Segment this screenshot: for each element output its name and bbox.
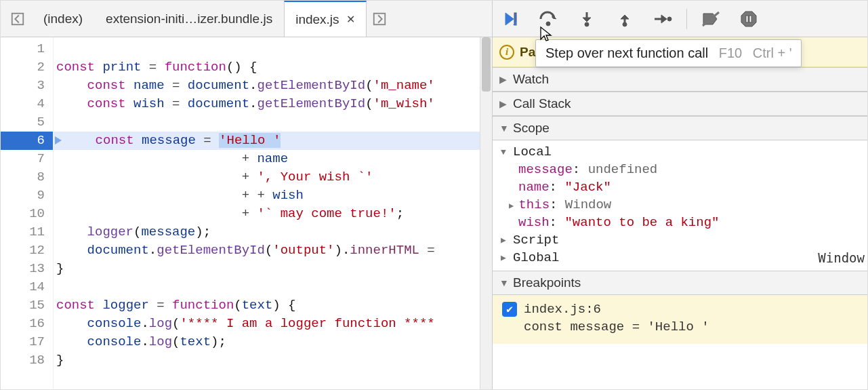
line-number[interactable]: 11 (1, 223, 53, 241)
variable-row[interactable]: message: undefined (498, 161, 867, 178)
scope-global-value: Window (818, 250, 865, 265)
code-line[interactable] (54, 40, 480, 58)
line-number[interactable]: 9 (1, 187, 53, 205)
line-number[interactable]: 3 (1, 77, 53, 95)
line-number[interactable]: 1 (1, 40, 53, 58)
code-line[interactable]: } (54, 260, 480, 278)
code-line[interactable]: logger(message); (54, 223, 480, 241)
variable-row[interactable]: wish: "wanto to be a king" (498, 214, 867, 231)
code-editor[interactable]: 123456789101112131415161718 const print … (1, 37, 492, 389)
var-name: name (518, 180, 550, 195)
line-number[interactable]: 2 (1, 58, 53, 77)
svg-point-3 (546, 22, 550, 26)
line-number[interactable]: 5 (1, 113, 53, 132)
scope-section-header[interactable]: ▼ Scope (493, 116, 867, 140)
scope-body: ▼ Local message: undefined name: "Jack" … (493, 140, 867, 271)
code-line[interactable]: const print = function() { (54, 58, 480, 77)
editor-tab-bar: (index) extension-initi…izer.bundle.js i… (1, 1, 492, 37)
chevron-right-icon: ▶ (501, 235, 510, 246)
chevron-right-icon: ▶ (499, 98, 509, 109)
chevron-right-icon: ▶ (509, 201, 518, 211)
code-line[interactable] (54, 278, 480, 296)
scrollbar-thumb[interactable] (482, 37, 491, 92)
watch-section-header[interactable]: ▶ Watch (493, 67, 867, 92)
var-value: undefined (588, 162, 658, 177)
tooltip-shortcut: Ctrl + ' (753, 45, 792, 60)
breakpoint-item[interactable]: ✔ index.js:6 (502, 302, 861, 317)
checkbox-checked-icon[interactable]: ✔ (502, 302, 517, 317)
scope-global-header[interactable]: ▶ Global Window (498, 249, 867, 267)
tabs-scroll-right-icon[interactable] (369, 9, 390, 29)
line-number[interactable]: 13 (1, 260, 53, 278)
step-over-button[interactable] (537, 7, 560, 31)
info-icon: i (499, 45, 514, 60)
var-value: Window (565, 197, 611, 212)
code-area[interactable]: const print = function() { const name = … (54, 37, 480, 389)
code-line[interactable] (54, 113, 480, 132)
section-title: Breakpoints (513, 275, 581, 290)
step-button[interactable] (651, 7, 674, 31)
line-number-gutter: 123456789101112131415161718 (1, 37, 54, 389)
code-line[interactable]: document.getElementById('output').innerH… (54, 241, 480, 260)
tabs-scroll-left-icon[interactable] (7, 9, 28, 29)
paused-label: Pa (520, 45, 535, 60)
code-line[interactable]: const name = document.getElementById('m_… (54, 77, 480, 95)
code-line[interactable]: + '` may come true!'; (54, 205, 480, 223)
svg-rect-1 (373, 13, 385, 24)
tooltip-step-over: Step over next function call F10 Ctrl + … (535, 39, 802, 67)
svg-point-9 (667, 17, 671, 21)
execution-pointer-icon (55, 136, 62, 144)
tab-index-page[interactable]: (index) (32, 1, 94, 37)
chevron-down-icon: ▼ (501, 147, 510, 157)
code-line[interactable]: const message = 'Hello ' (54, 132, 480, 150)
code-line[interactable]: console.log('**** I am a logger function… (54, 315, 480, 333)
line-number[interactable]: 8 (1, 168, 53, 187)
scope-local-header[interactable]: ▼ Local (498, 143, 867, 161)
line-number[interactable]: 4 (1, 95, 53, 113)
step-into-button[interactable] (575, 7, 598, 31)
line-number[interactable]: 17 (1, 333, 53, 351)
tab-label: (index) (43, 12, 83, 26)
callstack-section-header[interactable]: ▶ Call Stack (493, 92, 867, 116)
resume-button[interactable] (499, 7, 522, 31)
code-line[interactable]: } (54, 351, 480, 370)
line-number[interactable]: 14 (1, 278, 53, 296)
line-number[interactable]: 10 (1, 205, 53, 223)
breakpoints-body: ✔ index.js:6 const message = 'Hello ' (493, 295, 867, 344)
breakpoints-section-header[interactable]: ▼ Breakpoints (493, 271, 867, 295)
var-name: wish (518, 215, 550, 230)
code-line[interactable]: + + wish (54, 187, 480, 205)
line-number[interactable]: 15 (1, 296, 53, 315)
line-number[interactable]: 18 (1, 351, 53, 370)
scope-global-label: Global (513, 250, 559, 265)
variable-row[interactable]: name: "Jack" (498, 178, 867, 196)
close-icon[interactable]: ✕ (346, 13, 355, 26)
code-line[interactable]: const wish = document.getElementById('m_… (54, 95, 480, 113)
vertical-scrollbar[interactable] (480, 37, 492, 389)
code-line[interactable]: + name (54, 150, 480, 168)
chevron-down-icon: ▼ (499, 123, 509, 134)
svg-point-7 (623, 22, 627, 26)
svg-point-5 (585, 22, 589, 26)
deactivate-breakpoints-button[interactable] (699, 7, 722, 31)
toolbar-separator (686, 9, 687, 29)
chevron-right-icon: ▶ (501, 252, 510, 263)
tooltip-text: Step over next function call (545, 45, 708, 60)
tab-label: index.js (295, 12, 339, 27)
chevron-right-icon: ▶ (499, 74, 509, 85)
code-line[interactable]: + ', Your wish `' (54, 168, 480, 187)
code-line[interactable]: console.log(text); (54, 333, 480, 351)
line-number[interactable]: 6 (1, 132, 53, 150)
scope-script-label: Script (513, 233, 559, 248)
step-out-button[interactable] (613, 7, 636, 31)
scope-script-header[interactable]: ▶ Script (498, 231, 867, 249)
tab-index-js[interactable]: index.js ✕ (284, 1, 366, 37)
code-line[interactable]: const logger = function(text) { (54, 296, 480, 315)
svg-rect-0 (12, 13, 24, 24)
pause-on-exceptions-button[interactable] (737, 7, 760, 31)
line-number[interactable]: 16 (1, 315, 53, 333)
line-number[interactable]: 7 (1, 150, 53, 168)
tab-extension-bundle[interactable]: extension-initi…izer.bundle.js (94, 1, 284, 37)
line-number[interactable]: 12 (1, 241, 53, 260)
variable-row-this[interactable]: ▶ this: Window (498, 196, 867, 214)
